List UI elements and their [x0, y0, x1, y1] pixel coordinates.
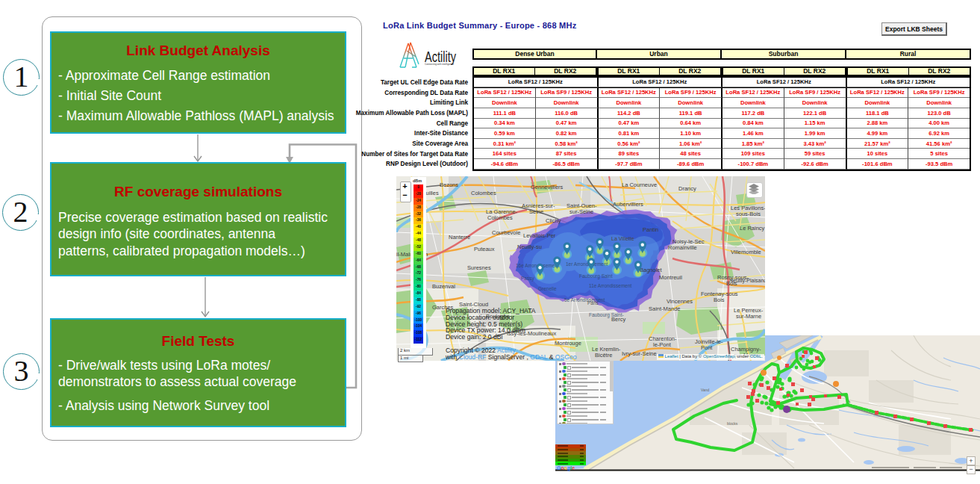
svg-text:Vand: Vand [701, 388, 710, 392]
svg-text:blocks: blocks [727, 421, 738, 426]
svg-text:Connecting with intelligence: Connecting with intelligence [425, 63, 454, 66]
